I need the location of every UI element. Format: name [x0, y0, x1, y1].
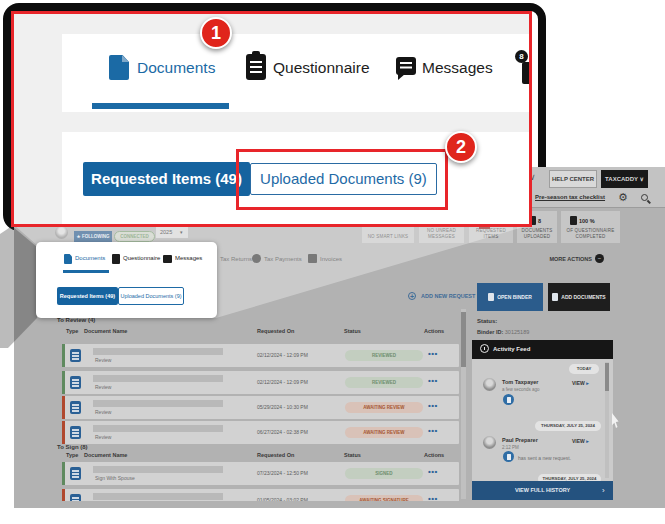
document-type-icon	[70, 376, 81, 389]
view-link[interactable]: VIEW ▸	[572, 380, 589, 386]
document-type-icon	[70, 349, 81, 362]
col-requested-on: Requested On	[257, 452, 294, 458]
open-binder-button[interactable]: OPEN BINDER	[477, 283, 543, 311]
row-sublabel: Review	[95, 384, 111, 390]
more-actions-button[interactable]: MORE ACTIONS	[548, 256, 592, 262]
binder-icon	[488, 293, 494, 301]
help-center-button[interactable]: HELP CENTER	[549, 170, 597, 188]
questionnaire-icon-lines	[250, 61, 262, 63]
row-status-bar	[62, 396, 65, 419]
feed-entry-meta: a few seconds ago	[502, 387, 540, 392]
today-pill: TODAY	[569, 364, 599, 374]
feed-entry-name: Tom Taxpayer	[502, 379, 538, 385]
status-badge: SIGNED	[345, 468, 423, 479]
row-date: 02/12/2024 - 12:09 PM	[257, 352, 308, 358]
row-actions-menu[interactable]: •••	[428, 494, 438, 501]
uploaded-documents-toggle[interactable]: Uploaded Documents (9)	[118, 287, 184, 305]
chevron-right-icon: ›	[602, 481, 605, 500]
taxcaddy-menu-button[interactable]: TAXCADDY ∨	[601, 170, 648, 188]
tab-questionnaire[interactable]: Questionnaire	[273, 59, 370, 77]
row-status-bar	[62, 421, 65, 444]
document-name-redacted	[93, 348, 223, 355]
screenshot-root: ∨ HELP CENTER TAXCADDY ∨ ? Pre-season ta…	[0, 0, 665, 524]
col-document-name: Document Name	[84, 452, 127, 458]
document-type-icon	[70, 426, 81, 439]
col-requested-on: Requested On	[257, 328, 294, 334]
row-date: 06/27/2024 - 02:38 PM	[257, 429, 308, 435]
view-link[interactable]: VIEW ▸	[572, 438, 589, 444]
header-divider	[530, 207, 665, 208]
document-type-icon	[70, 494, 81, 501]
messages-icon	[396, 57, 416, 75]
annotation-highlight-box	[236, 149, 448, 210]
row-date: 01/05/2024 - 03:02 PM	[257, 497, 308, 501]
document-name-redacted	[93, 425, 223, 432]
row-date: 05/29/2024 - 10:30 PM	[257, 404, 308, 410]
gear-icon[interactable]: ⚙	[618, 191, 628, 204]
avatar	[483, 436, 496, 449]
col-type: Type	[66, 452, 78, 458]
table-row[interactable]: Review 06/27/2024 - 02:38 PM AWAITING RE…	[62, 421, 459, 444]
feed-entry-name: Paul Preparer	[502, 437, 538, 443]
row-status-bar	[62, 462, 65, 485]
more-actions-toggle-icon[interactable]: −	[595, 254, 604, 263]
row-status-bar	[62, 489, 65, 501]
col-actions: Actions	[424, 452, 444, 458]
tab-messages[interactable]: Messages	[175, 255, 202, 261]
scrollbar-thumb[interactable]	[461, 312, 466, 367]
activity-feed[interactable]: TODAY Tom Taxpayer a few seconds ago VIE…	[472, 359, 613, 481]
questionnaire-icon	[246, 54, 266, 80]
tab-documents[interactable]: Documents	[75, 255, 105, 261]
requested-items-toggle[interactable]: Requested Items (49)	[57, 287, 118, 305]
table-row[interactable]: Review 02/12/2024 - 12:09 PM REVIEWED ••…	[62, 344, 459, 367]
date-pill: THURSDAY, JULY 25, 2024	[538, 474, 601, 481]
documents-icon	[64, 254, 72, 264]
add-new-request-link[interactable]: ADD NEW REQUEST	[421, 293, 475, 299]
messages-icon	[163, 255, 172, 263]
row-sublabel: Sign With Spouse	[95, 475, 135, 481]
row-actions-menu[interactable]: •••	[428, 376, 438, 385]
add-documents-button[interactable]: ADD DOCUMENTS	[548, 283, 610, 311]
document-name-redacted	[93, 466, 223, 473]
table-row[interactable]: Review 05/29/2024 - 10:30 PM AWAITING RE…	[62, 396, 459, 419]
feed-entry-note: has sent a new request.	[518, 455, 571, 461]
clock-icon	[480, 344, 489, 353]
annotation-step-2-badge: 2	[445, 131, 477, 163]
view-full-history-button[interactable]: VIEW FULL HISTORY	[472, 481, 613, 500]
status-label: Status:	[477, 318, 497, 324]
status-badge: AWAITING SIGNATURE	[345, 495, 423, 501]
tab-tax-returns-partial[interactable]: 8	[514, 46, 529, 90]
requested-items-toggle[interactable]: Requested Items (49)	[83, 162, 250, 196]
document-type-icon	[70, 401, 81, 414]
row-actions-menu[interactable]: •••	[428, 349, 438, 358]
pre-season-checklist-link[interactable]: Pre-season tax checklist	[535, 194, 605, 200]
date-pill: THURSDAY, JULY 25, 2024	[535, 421, 601, 431]
annotation-step-1-badge: 1	[200, 17, 232, 49]
status-badge: REVIEWED	[345, 377, 423, 388]
table-row[interactable]: 01/05/2024 - 03:02 PM AWAITING SIGNATURE…	[62, 489, 459, 501]
row-actions-menu[interactable]: •••	[428, 467, 438, 476]
col-type: Type	[66, 328, 78, 334]
table-row[interactable]: Review 02/12/2024 - 12:09 PM REVIEWED ••…	[62, 371, 459, 394]
questionnaire-complete-icon: 100 %	[570, 216, 595, 225]
to-sign-title: To Sign (8)	[57, 444, 88, 450]
row-actions-menu[interactable]: •••	[428, 426, 438, 435]
table-row[interactable]: Sign With Spouse 07/23/2024 - 12:50 PM S…	[62, 462, 459, 485]
col-document-name: Document Name	[84, 328, 127, 334]
row-date: 07/23/2024 - 12:50 PM	[257, 470, 308, 476]
add-icon: +	[408, 292, 416, 300]
tab-messages[interactable]: Messages	[422, 59, 493, 77]
col-actions: Actions	[424, 328, 444, 334]
row-date: 02/12/2024 - 12:09 PM	[257, 379, 308, 385]
avatar	[483, 378, 496, 391]
feed-entry-meta: 2:12 PM	[502, 445, 519, 450]
tab-questionnaire[interactable]: Questionnaire	[123, 255, 160, 261]
row-status-bar	[62, 371, 65, 394]
row-actions-menu[interactable]: •••	[428, 401, 438, 410]
status-badge: REVIEWED	[345, 350, 423, 361]
feed-scrollbar-thumb[interactable]	[605, 363, 609, 391]
status-badge: AWAITING REVIEW	[345, 427, 423, 438]
documents-icon	[109, 55, 129, 80]
tab-documents[interactable]: Documents	[137, 59, 215, 77]
row-status-bar	[62, 344, 65, 367]
